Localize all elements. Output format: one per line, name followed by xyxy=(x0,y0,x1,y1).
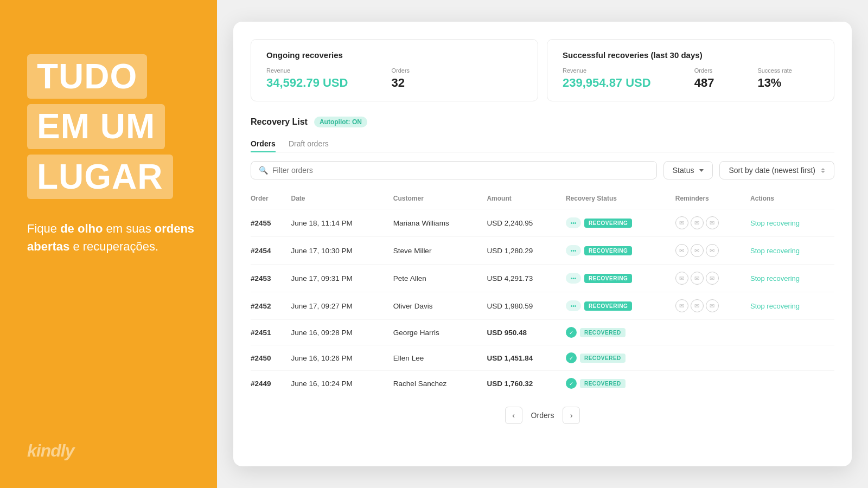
reminder-icon-1[interactable]: ✉ xyxy=(675,272,688,285)
order-action xyxy=(750,345,834,371)
successful-orders: Orders 487 xyxy=(694,67,714,90)
order-status: ••• RECOVERING xyxy=(566,292,675,320)
subtitle-bold-1: de olho xyxy=(60,222,103,235)
order-customer: Mariana Williams xyxy=(393,209,487,237)
stop-recovering-button[interactable]: Stop recovering xyxy=(750,219,800,227)
order-action[interactable]: Stop recovering xyxy=(750,237,834,265)
status-badge-recovered: RECOVERED xyxy=(580,354,626,363)
order-customer: Oliver Davis xyxy=(393,292,487,320)
order-action[interactable]: Stop recovering xyxy=(750,292,834,320)
recovery-list-title: Recovery List xyxy=(251,117,308,127)
col-date: Date xyxy=(291,190,393,209)
order-amount: USD 1,451.84 xyxy=(487,345,566,371)
dots-icon: ••• xyxy=(571,248,577,254)
ongoing-recoveries-card: Ongoing recoveries Revenue 34,592.79 USD… xyxy=(251,39,538,101)
hero-word-2: EM UM xyxy=(27,104,165,149)
order-customer: Ellen Lee xyxy=(393,345,487,371)
table-row: #2455June 18, 11:14 PMMariana WilliamsUS… xyxy=(251,209,834,237)
status-dot: ••• xyxy=(566,300,581,311)
status-dot: ••• xyxy=(566,217,581,228)
order-status: ••• RECOVERING xyxy=(566,237,675,265)
pagination-prev-button[interactable]: ‹ xyxy=(505,407,522,424)
hero-word-1: TUDO xyxy=(27,54,147,99)
stats-row: Ongoing recoveries Revenue 34,592.79 USD… xyxy=(251,39,834,101)
col-amount: Amount xyxy=(487,190,566,209)
ongoing-title: Ongoing recoveries xyxy=(266,50,522,60)
reminder-icon-2[interactable]: ✉ xyxy=(691,244,704,257)
app-window: Ongoing recoveries Revenue 34,592.79 USD… xyxy=(233,22,852,466)
successful-rate-label: Success rate xyxy=(757,67,792,74)
ongoing-revenue: Revenue 34,592.79 USD xyxy=(266,67,348,90)
ongoing-revenue-label: Revenue xyxy=(266,67,348,74)
sort-label: Sort by date (newest first) xyxy=(729,166,815,175)
order-customer: Rachel Sanchez xyxy=(393,371,487,396)
order-amount: USD 950.48 xyxy=(487,320,566,345)
reminder-icon-1[interactable]: ✉ xyxy=(675,216,688,229)
table-row: #2449June 16, 10:24 PMRachel SanchezUSD … xyxy=(251,371,834,396)
status-filter-button[interactable]: Status xyxy=(663,161,713,179)
order-reminders xyxy=(675,320,750,345)
reminder-icons: ✉ ✉ ✉ xyxy=(675,244,744,257)
successful-rate-value: 13% xyxy=(757,76,792,90)
reminder-icon-3[interactable]: ✉ xyxy=(706,216,719,229)
order-date: June 17, 09:31 PM xyxy=(291,265,393,292)
search-icon: 🔍 xyxy=(259,166,268,175)
order-id: #2451 xyxy=(251,320,291,345)
dots-icon: ••• xyxy=(571,220,577,226)
tab-draft-orders[interactable]: Draft orders xyxy=(289,136,329,152)
status-badge-recovering: RECOVERING xyxy=(584,274,632,283)
order-id: #2454 xyxy=(251,237,291,265)
order-id: #2452 xyxy=(251,292,291,320)
order-date: June 16, 09:28 PM xyxy=(291,320,393,345)
right-panel: Ongoing recoveries Revenue 34,592.79 USD… xyxy=(217,0,868,488)
reminder-icon-2[interactable]: ✉ xyxy=(691,216,704,229)
tab-orders[interactable]: Orders xyxy=(251,136,276,152)
autopilot-badge: Autopilot: ON xyxy=(314,117,367,127)
order-reminders: ✉ ✉ ✉ xyxy=(675,237,750,265)
search-input[interactable] xyxy=(272,166,649,175)
chevron-down-icon xyxy=(699,169,704,172)
order-amount: USD 4,291.73 xyxy=(487,265,566,292)
col-order: Order xyxy=(251,190,291,209)
reminder-icon-1[interactable]: ✉ xyxy=(675,244,688,257)
order-action[interactable]: Stop recovering xyxy=(750,265,834,292)
order-amount: USD 1,760.32 xyxy=(487,371,566,396)
order-reminders xyxy=(675,371,750,396)
reminder-icon-3[interactable]: ✉ xyxy=(706,244,719,257)
order-date: June 17, 09:27 PM xyxy=(291,292,393,320)
reminder-icon-3[interactable]: ✉ xyxy=(706,272,719,285)
subtitle-text-3: e recuperações. xyxy=(69,240,158,253)
hero-subtitle: Fique de olho em suas ordens abertas e r… xyxy=(27,220,195,255)
order-status: ••• RECOVERING xyxy=(566,209,675,237)
successful-orders-value: 487 xyxy=(694,76,714,90)
order-id: #2455 xyxy=(251,209,291,237)
stop-recovering-button[interactable]: Stop recovering xyxy=(750,247,800,255)
status-dot: ••• xyxy=(566,245,581,256)
search-filter-row: 🔍 Status Sort by date (newest first) xyxy=(251,161,834,179)
order-date: June 18, 11:14 PM xyxy=(291,209,393,237)
ongoing-revenue-value: 34,592.79 USD xyxy=(266,76,348,90)
reminder-icon-2[interactable]: ✉ xyxy=(691,299,704,312)
ongoing-orders-value: 32 xyxy=(391,76,410,90)
stop-recovering-button[interactable]: Stop recovering xyxy=(750,274,800,282)
order-amount: USD 2,240.95 xyxy=(487,209,566,237)
reminder-icon-1[interactable]: ✉ xyxy=(675,299,688,312)
order-status: ✓ RECOVERED xyxy=(566,345,675,371)
successful-orders-label: Orders xyxy=(694,67,714,74)
order-id: #2450 xyxy=(251,345,291,371)
order-date: June 16, 10:26 PM xyxy=(291,345,393,371)
orders-table: Order Date Customer Amount Recovery Stat… xyxy=(251,190,834,396)
col-actions: Actions xyxy=(750,190,834,209)
status-badge-recovering: RECOVERING xyxy=(584,301,632,311)
stop-recovering-button[interactable]: Stop recovering xyxy=(750,302,800,310)
reminder-icon-3[interactable]: ✉ xyxy=(706,299,719,312)
status-badge-recovering: RECOVERING xyxy=(584,219,632,228)
dots-icon: ••• xyxy=(571,303,577,309)
sort-button[interactable]: Sort by date (newest first) xyxy=(719,161,834,179)
reminder-icon-2[interactable]: ✉ xyxy=(691,272,704,285)
order-action xyxy=(750,320,834,345)
order-action[interactable]: Stop recovering xyxy=(750,209,834,237)
status-dot: ••• xyxy=(566,273,581,284)
pagination-next-button[interactable]: › xyxy=(563,407,580,424)
order-id: #2449 xyxy=(251,371,291,396)
